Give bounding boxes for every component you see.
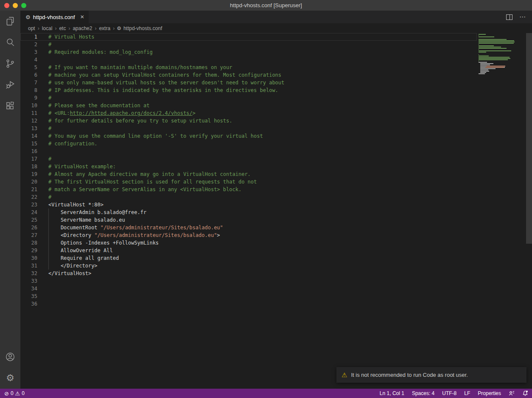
code-text: # Virtual Hosts [37, 34, 94, 40]
code-line: 36 [20, 300, 477, 308]
code-text [37, 293, 51, 299]
notifications-bell-icon[interactable] [518, 389, 532, 398]
line-number: 1 [20, 33, 37, 41]
breadcrumb: opt›local›etc›apache2›extra›⚙httpd-vhost… [20, 23, 532, 33]
tab-bar: ⚙ httpd-vhosts.conf ✕ ⋯ [20, 11, 532, 23]
minimap-line [479, 40, 526, 41]
code-text: ServerAdmin b.salado@free.fr [37, 209, 146, 215]
breadcrumb-item[interactable]: etc [59, 25, 66, 31]
minimap-line [479, 54, 526, 55]
tab-label: httpd-vhosts.conf [33, 14, 75, 20]
code-line: 15# configuration. [20, 140, 477, 148]
code-line: 27 <Directory "/Users/administrateur/Sit… [20, 231, 477, 239]
sidebar-item-run-debug[interactable] [0, 74, 20, 95]
code-line: 21# match a ServerName or ServerAlias in… [20, 186, 477, 193]
line-number: 12 [20, 117, 37, 125]
code-line: 10# Please see the documentation at [20, 102, 477, 109]
split-editor-icon[interactable] [506, 14, 512, 20]
minimap-line [479, 49, 526, 50]
gear-icon: ⚙ [6, 373, 14, 383]
code-text: # [37, 156, 51, 162]
sidebar-item-extensions[interactable] [0, 95, 20, 117]
tab-httpd-vhosts-conf[interactable]: ⚙ httpd-vhosts.conf ✕ [20, 11, 89, 23]
minimap-line [479, 42, 526, 42]
indentation-status[interactable]: Spaces: 4 [408, 389, 438, 398]
code-line: 1# Virtual Hosts [20, 33, 477, 41]
breadcrumb-item[interactable]: local [42, 25, 53, 31]
language-mode-status[interactable]: Properties [474, 389, 505, 398]
code-text [37, 57, 51, 63]
code-text [37, 148, 51, 154]
code-line: 16 [20, 148, 477, 155]
code-text: # use only name-based virtual hosts so t… [37, 80, 284, 86]
eol-status[interactable]: LF [460, 389, 474, 398]
tab-close-icon[interactable]: ✕ [80, 14, 84, 20]
line-number: 25 [20, 216, 37, 224]
minimap-line [479, 73, 526, 74]
code-text: # [37, 194, 51, 200]
breadcrumb-separator-icon: › [36, 25, 42, 31]
cursor-position-status[interactable]: Ln 1, Col 1 [376, 389, 408, 398]
line-number: 33 [20, 277, 37, 285]
breadcrumb-item[interactable]: opt [28, 25, 36, 31]
minimap-line [479, 75, 526, 75]
warnings-icon: ⚠ [15, 390, 20, 397]
status-bar: ⊘ 0 ⚠ 0 Ln 1, Col 1 Spaces: 4 UTF-8 LF P… [0, 389, 532, 398]
zoom-window-button[interactable] [21, 3, 26, 8]
feedback-icon[interactable] [505, 389, 518, 398]
notification-toast[interactable]: ⚠ It is not recommended to run Code as r… [336, 367, 526, 383]
minimap-line [479, 50, 526, 51]
errors-icon: ⊘ [4, 390, 9, 397]
minimap-line [479, 67, 526, 68]
line-number: 22 [20, 193, 37, 201]
minimap-line [479, 44, 526, 45]
code-text: # for further details before you try to … [37, 118, 232, 124]
line-number: 19 [20, 170, 37, 178]
minimap[interactable] [477, 33, 526, 80]
breadcrumb-item[interactable]: apache2 [72, 25, 92, 31]
minimap-line [479, 59, 526, 60]
minimap-line [479, 39, 526, 40]
more-actions-icon[interactable]: ⋯ [519, 13, 526, 21]
minimap-line [479, 48, 526, 49]
code-line: 23<VirtualHost *:80> [20, 201, 477, 209]
indent-guide [48, 209, 49, 270]
code-text: # [37, 95, 51, 101]
settings-button[interactable]: ⚙ [0, 367, 20, 389]
close-window-button[interactable] [4, 3, 9, 8]
minimap-line [479, 47, 526, 47]
minimap-line [479, 38, 526, 39]
errors-count: 0 [11, 390, 14, 396]
code-text [37, 301, 51, 307]
breadcrumb-item[interactable]: httpd-vhosts.conf [123, 25, 162, 31]
code-text: # [37, 42, 51, 47]
sidebar-item-source-control[interactable] [0, 53, 20, 74]
code-line: 13# [20, 125, 477, 132]
minimize-window-button[interactable] [13, 3, 18, 8]
run-debug-icon [5, 79, 16, 90]
accounts-button[interactable] [0, 346, 20, 367]
sidebar-item-search[interactable] [0, 32, 20, 53]
minimap-line [479, 66, 526, 67]
problems-status[interactable]: ⊘ 0 ⚠ 0 [0, 390, 25, 397]
code-line: 3# Required modules: mod_log_config [20, 48, 477, 56]
sidebar-item-explorer[interactable] [0, 11, 20, 32]
breadcrumb-separator-icon: › [111, 25, 117, 31]
line-number: 8 [20, 86, 37, 94]
line-number: 28 [20, 239, 37, 247]
code-text: ServerName bsalado.eu [37, 217, 125, 223]
minimap-line [479, 43, 526, 44]
line-number: 7 [20, 79, 37, 86]
minimap-line [479, 58, 526, 59]
line-number: 6 [20, 71, 37, 79]
code-line: 12# for further details before you try t… [20, 117, 477, 125]
breadcrumb-item[interactable]: extra [98, 25, 111, 31]
code-line: 2# [20, 41, 477, 48]
config-file-icon: ⚙ [25, 14, 31, 20]
code-line: 6# machine you can setup VirtualHost con… [20, 71, 477, 79]
editor-scrollbar[interactable] [526, 33, 532, 244]
line-number: 36 [20, 300, 37, 308]
code-area[interactable]: 1# Virtual Hosts2#3# Required modules: m… [20, 33, 477, 308]
encoding-status[interactable]: UTF-8 [438, 389, 460, 398]
breadcrumb-separator-icon: › [66, 25, 72, 31]
